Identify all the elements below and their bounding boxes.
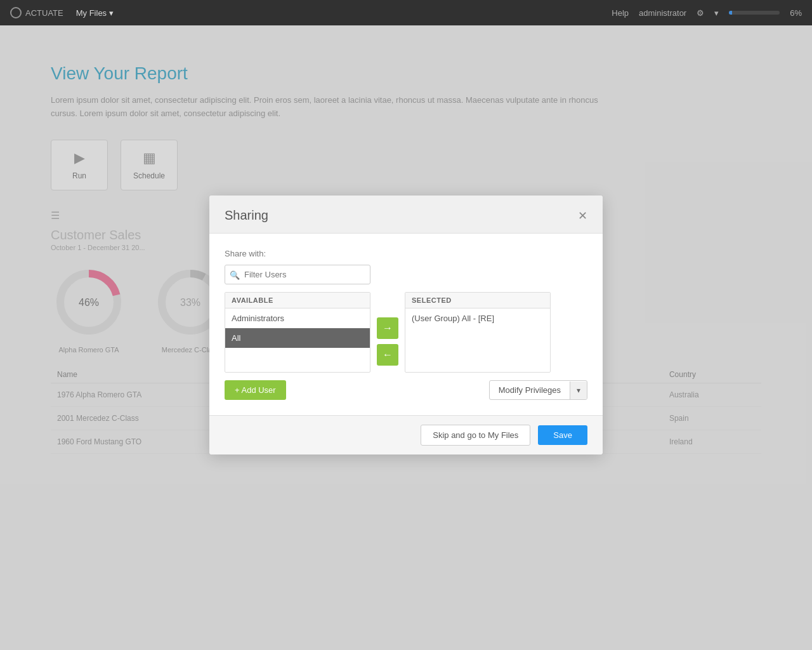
modal-title: Sharing (225, 208, 268, 223)
modal-header: Sharing ✕ (209, 196, 603, 234)
filter-users-input[interactable] (225, 265, 370, 284)
search-icon: 🔍 (230, 270, 240, 279)
move-right-button[interactable]: → (377, 317, 398, 339)
save-button[interactable]: Save (538, 425, 587, 445)
sharing-modal: Sharing ✕ Share with: 🔍 AVAILABLE Admini… (209, 196, 603, 454)
available-list: AVAILABLE Administrators All (225, 292, 370, 373)
available-header: AVAILABLE (225, 293, 370, 308)
add-user-button[interactable]: + Add User (225, 380, 286, 400)
modal-overlay: Sharing ✕ Share with: 🔍 AVAILABLE Admini… (0, 0, 812, 650)
lists-row: AVAILABLE Administrators All → ← SELECTE… (225, 292, 587, 373)
selected-item-usergroup[interactable]: (User Group) All - [RE] (405, 308, 550, 328)
selected-items: (User Group) All - [RE] (405, 308, 550, 372)
selected-header: SELECTED (405, 293, 550, 308)
modify-privileges-dropdown[interactable]: Modify Privileges ▾ (489, 380, 587, 400)
privileges-chevron-icon: ▾ (570, 381, 587, 399)
filter-input-wrapper: 🔍 (225, 265, 587, 284)
modal-footer: Skip and go to My Files Save (209, 415, 603, 454)
modal-body: Share with: 🔍 AVAILABLE Administrators A… (209, 234, 603, 415)
arrows-column: → ← (370, 317, 405, 366)
share-with-label: Share with: (225, 249, 587, 258)
available-item-all[interactable]: All (225, 328, 370, 348)
move-left-button[interactable]: ← (377, 344, 398, 366)
modal-close-button[interactable]: ✕ (578, 210, 587, 222)
skip-button[interactable]: Skip and go to My Files (421, 425, 530, 446)
available-items: Administrators All (225, 308, 370, 372)
modify-privileges-label: Modify Privileges (490, 381, 570, 399)
selected-list: SELECTED (User Group) All - [RE] (405, 292, 551, 373)
available-item-administrators[interactable]: Administrators (225, 308, 370, 328)
